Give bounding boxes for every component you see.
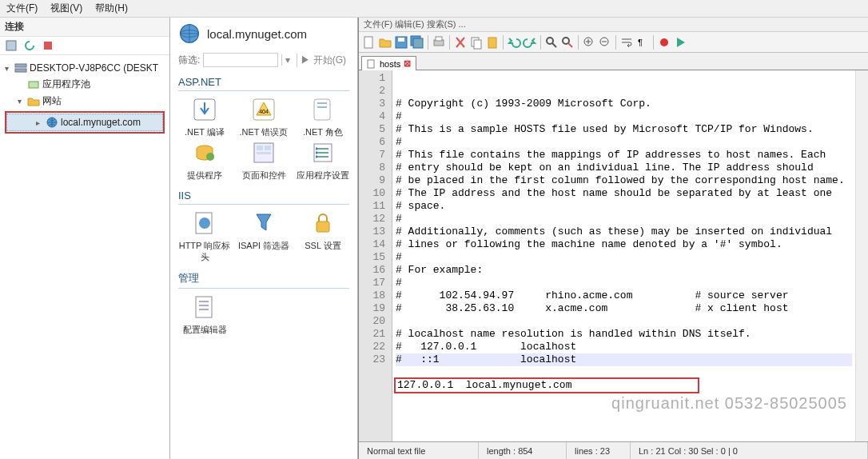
svg-rect-3	[15, 69, 26, 72]
refresh-icon[interactable]	[23, 39, 36, 52]
filter-start-button[interactable]: ▶ 开始(G)	[297, 54, 349, 67]
code-line[interactable]: # 38.25.63.10 x.acme.com # x client host	[396, 302, 852, 315]
connections-tree[interactable]: ▾ DESKTOP-VJ8P6CC (DESKT 应用程序池 ▾ 网站 ▸ l	[0, 55, 169, 140]
tree-site-label: local.mynuget.com	[61, 117, 141, 128]
svg-rect-20	[257, 152, 271, 154]
show-all-chars-icon[interactable]: ¶	[635, 35, 650, 50]
tree-site-localmynuget[interactable]: ▸ local.mynuget.com	[6, 114, 163, 131]
close-tab-icon[interactable]: ⊠	[404, 58, 411, 69]
feature-http-headers[interactable]: HTTP 响应标头	[178, 210, 231, 261]
paste-icon[interactable]	[485, 35, 500, 50]
feature-net-compile[interactable]: .NET 编译	[178, 96, 231, 138]
svg-rect-24	[317, 222, 329, 232]
menu-help[interactable]: 帮助(H)	[89, 0, 134, 17]
expand-icon[interactable]: ▸	[36, 118, 46, 127]
code-line[interactable]: #	[396, 110, 852, 123]
filter-dropdown-icon[interactable]: ▾	[281, 54, 293, 66]
status-lines: lines : 23	[567, 442, 631, 459]
stop-icon[interactable]	[42, 39, 54, 52]
code-line[interactable]: #	[396, 213, 852, 226]
code-line[interactable]: # lines or following the machine name de…	[396, 238, 852, 251]
np-tab-hosts[interactable]: hosts ⊠	[361, 56, 416, 70]
menu-view[interactable]: 视图(V)	[44, 0, 89, 17]
cut-icon[interactable]	[453, 35, 468, 50]
feature-net-errorpages[interactable]: 404.NET 错误页	[237, 96, 290, 138]
replace-icon[interactable]	[560, 35, 575, 50]
feature-ssl-settings[interactable]: SSL 设置	[297, 210, 349, 261]
svg-rect-0	[6, 41, 16, 50]
save-all-icon[interactable]	[410, 35, 424, 50]
editor-area[interactable]: 1234567891011121314151617181920212223 # …	[359, 70, 868, 441]
svg-rect-46	[368, 60, 374, 68]
tree-sites-label: 网站	[42, 94, 62, 108]
zoom-out-icon[interactable]	[598, 35, 612, 50]
feature-isapi-filters[interactable]: ISAPI 筛选器	[237, 210, 290, 261]
filter-row: 筛选: ▾ ▶ 开始(G)	[178, 53, 349, 67]
code-line[interactable]: # localhost name resolution is handled w…	[396, 328, 852, 341]
menu-file[interactable]: 文件(F)	[0, 0, 44, 17]
redo-icon[interactable]	[523, 35, 537, 50]
vertical-scrollbar[interactable]	[855, 70, 868, 441]
code-line[interactable]: # This is a sample HOSTS file used by Mi…	[396, 123, 852, 136]
code-line[interactable]: # Additionally, comments (such as these)…	[396, 226, 852, 238]
code-line[interactable]: #	[396, 136, 852, 149]
tree-server-node[interactable]: ▾ DESKTOP-VJ8P6CC (DESKT	[2, 60, 168, 76]
print-icon[interactable]	[432, 35, 446, 50]
svg-text:404: 404	[259, 109, 269, 114]
svg-rect-31	[398, 38, 404, 42]
new-file-icon[interactable]	[362, 35, 376, 50]
feature-net-roles[interactable]: .NET 角色	[297, 96, 349, 138]
svg-point-16	[206, 153, 214, 161]
connections-toolbar[interactable]	[0, 37, 169, 55]
open-file-icon[interactable]	[378, 35, 392, 50]
filter-label: 筛选:	[178, 54, 200, 67]
expand-icon[interactable]: ▾	[5, 64, 14, 73]
code-area[interactable]: # Copyright (c) 1993-2009 Microsoft Corp…	[392, 70, 855, 441]
code-line[interactable]: # space.	[396, 200, 852, 213]
code-line[interactable]: # This file contains the mappings of IP …	[396, 149, 852, 162]
section-iis: IIS	[178, 187, 349, 204]
code-line[interactable]: # entry should be kept on an individual …	[396, 162, 852, 174]
wordwrap-icon[interactable]	[619, 35, 634, 50]
copy-icon[interactable]	[469, 35, 484, 50]
code-line[interactable]: # 127.0.0.1 localhost	[396, 341, 852, 353]
save-icon[interactable]	[394, 35, 408, 50]
code-line[interactable]: #	[396, 277, 852, 289]
code-line[interactable]: # The IP address and the host name shoul…	[396, 187, 852, 200]
svg-rect-38	[488, 38, 496, 48]
section-mgmt: 管理	[178, 269, 349, 288]
feature-config-editor[interactable]: 配置编辑器	[178, 293, 231, 335]
zoom-in-icon[interactable]	[582, 35, 596, 50]
section-aspnet: ASP.NET	[178, 74, 349, 90]
code-line[interactable]: # 102.54.94.97 rhino.acme.com # source s…	[396, 289, 852, 302]
iis-grid: HTTP 响应标头 ISAPI 筛选器 SSL 设置	[178, 210, 349, 261]
tree-sites[interactable]: ▾ 网站	[2, 93, 168, 110]
expand-icon[interactable]: ▾	[18, 97, 27, 106]
np-menubar[interactable]: 文件(F) 编辑(E) 搜索(S) ...	[359, 18, 868, 32]
aspnet-grid: .NET 编译 404.NET 错误页 .NET 角色 提供程序 页面和控件 应…	[178, 96, 349, 181]
code-line[interactable]	[396, 315, 852, 328]
title-globe-icon	[178, 22, 201, 45]
svg-rect-33	[413, 38, 423, 48]
code-line[interactable]: # be placed in the first column followed…	[396, 174, 852, 187]
code-line[interactable]: # Copyright (c) 1993-2009 Microsoft Corp…	[396, 98, 852, 110]
code-line[interactable]: # ::1 localhost	[396, 353, 852, 366]
find-icon[interactable]	[544, 35, 559, 50]
np-tab-label: hosts	[380, 59, 400, 69]
connect-icon[interactable]	[5, 39, 18, 52]
code-line[interactable]: # For example:	[396, 264, 852, 277]
np-toolbar[interactable]: ¶	[359, 32, 868, 53]
svg-rect-26	[199, 301, 209, 302]
filter-input[interactable]	[203, 53, 278, 67]
iis-menubar[interactable]: 文件(F) 视图(V) 帮助(H)	[0, 0, 868, 18]
np-tabs[interactable]: hosts ⊠	[359, 53, 868, 70]
feature-providers[interactable]: 提供程序	[178, 139, 231, 181]
code-line[interactable]: 127.0.0.1 local.mynuget.com	[396, 379, 852, 392]
macro-play-icon[interactable]	[673, 35, 687, 50]
macro-record-icon[interactable]	[657, 35, 671, 50]
tree-apppools[interactable]: 应用程序池	[2, 76, 168, 93]
feature-app-settings[interactable]: 应用程序设置	[297, 139, 349, 181]
feature-pages-controls[interactable]: 页面和控件	[237, 139, 290, 181]
undo-icon[interactable]	[507, 35, 521, 50]
code-line[interactable]: #	[396, 251, 852, 264]
